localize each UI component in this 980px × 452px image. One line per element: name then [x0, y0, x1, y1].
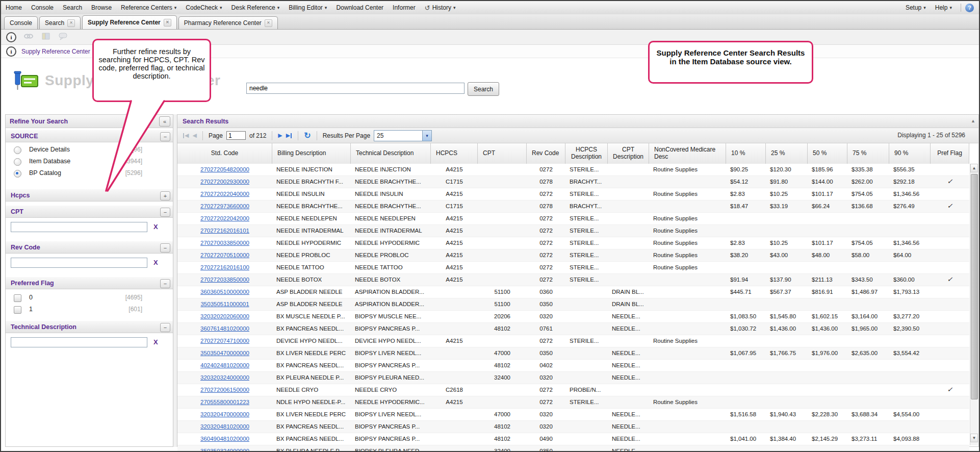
code-link[interactable]: 402402481020000 — [200, 362, 249, 368]
column-header-noncovered[interactable]: NonCovered Medicare Desc — [649, 143, 726, 164]
cpt-input[interactable] — [11, 222, 147, 232]
results-collapse-icon[interactable]: ▲ — [971, 118, 975, 123]
tab-console[interactable]: Console — [4, 16, 38, 29]
menu-item-desk-reference[interactable]: Desk Reference▾ — [227, 1, 285, 14]
next-page-button[interactable]: ▶ — [278, 132, 282, 139]
last-page-button[interactable]: ▶ — [286, 132, 292, 139]
technical-description-input[interactable] — [11, 337, 147, 347]
close-icon[interactable]: ✕ — [265, 19, 272, 27]
close-icon[interactable]: ✕ — [67, 19, 75, 27]
column-header-hcpcs_desc[interactable]: HCPCS Description — [565, 143, 608, 164]
column-header-p25[interactable]: 25 % — [766, 143, 808, 164]
code-link[interactable]: 270272054820000 — [200, 166, 249, 172]
search-button[interactable]: Search — [468, 82, 499, 96]
rev-code-minus-icon[interactable]: − — [160, 243, 170, 253]
code-link[interactable]: 320320202060000 — [200, 313, 249, 319]
code-link[interactable]: 360490481020000 — [200, 436, 249, 442]
code-link[interactable]: 350350324000000 — [200, 448, 249, 452]
hcpcs-plus-icon[interactable]: + — [160, 191, 170, 200]
cell-p75: $58.00 — [847, 249, 889, 261]
menu-item-browse[interactable]: Browse — [87, 1, 116, 14]
column-header-cpt_desc[interactable]: CPT Description — [608, 143, 649, 164]
code-link[interactable]: 270272033850000 — [200, 277, 249, 283]
results-per-page-select[interactable]: 25 ▾ — [374, 130, 432, 141]
menu-item-codecheck[interactable]: CodeCheck▾ — [181, 1, 226, 14]
checkbox-pref-0[interactable] — [14, 294, 21, 302]
column-header-code[interactable]: Std. Code — [177, 143, 272, 164]
code-link[interactable]: 320320470000000 — [200, 411, 249, 417]
chevron-down-icon[interactable]: ▾ — [422, 131, 431, 141]
column-header-cpt[interactable]: CPT — [478, 143, 527, 164]
code-link[interactable]: 270272162016100 — [200, 264, 249, 270]
column-header-p50[interactable]: 50 % — [808, 143, 847, 164]
column-header-billing[interactable]: Billing Description — [272, 143, 351, 164]
first-page-button[interactable]: ◀ — [183, 132, 189, 139]
cpt-minus-icon[interactable]: − — [160, 208, 170, 217]
column-header-pref[interactable]: Pref Flag — [931, 143, 969, 164]
scrollbar-thumb[interactable] — [971, 174, 978, 399]
column-header-p75[interactable]: 75 % — [847, 143, 889, 164]
code-link[interactable]: 270272070510000 — [200, 252, 249, 258]
cpt-clear-button[interactable]: X — [153, 223, 158, 231]
code-link[interactable]: 320320481020000 — [200, 423, 249, 430]
code-link[interactable]: 270272973660000 — [200, 203, 249, 209]
column-header-technical[interactable]: Technical Description — [351, 143, 431, 164]
close-icon[interactable]: ✕ — [164, 19, 171, 27]
column-header-p90[interactable]: 90 % — [889, 143, 931, 164]
code-link[interactable]: 270272006150000 — [200, 387, 249, 393]
info-icon[interactable]: i — [6, 32, 16, 42]
rev-code-clear-button[interactable]: X — [153, 259, 158, 266]
menu-item-console[interactable]: Console — [27, 1, 58, 14]
menu-item-help[interactable]: Help▾ — [931, 1, 957, 14]
tab-search[interactable]: Search✕ — [39, 16, 81, 29]
cell-code: 270272074710000 — [177, 335, 272, 347]
vertical-scrollbar[interactable]: ▲ ▼ — [970, 164, 978, 445]
scroll-up-icon[interactable]: ▲ — [970, 164, 978, 172]
code-link[interactable]: 270555800001223 — [200, 399, 249, 405]
preferred-flag-minus-icon[interactable]: − — [160, 279, 170, 288]
column-header-p10[interactable]: 10 % — [726, 143, 766, 164]
scroll-down-icon[interactable]: ▼ — [970, 434, 978, 442]
sidebar-collapse-icon[interactable]: « — [159, 116, 170, 127]
rev-code-input[interactable] — [11, 258, 147, 268]
code-link[interactable]: 270272022042000 — [200, 215, 249, 221]
breadcrumb-label[interactable]: Supply Reference Center — [21, 48, 90, 55]
help-icon[interactable]: ? — [965, 4, 974, 12]
code-link[interactable]: 270270033850000 — [200, 240, 249, 246]
menu-item-reference-centers[interactable]: Reference Centers▾ — [116, 1, 181, 14]
menu-item-informer[interactable]: Informer — [388, 1, 420, 14]
code-link[interactable]: 350350511000001 — [200, 301, 249, 307]
tab-supply-reference-center[interactable]: Supply Reference Center✕ — [82, 15, 177, 29]
code-link[interactable]: 270272022040000 — [200, 191, 249, 197]
previous-page-button[interactable]: ◀ — [192, 132, 196, 139]
search-input[interactable] — [246, 83, 465, 94]
code-link[interactable]: 270272002930000 — [200, 179, 249, 185]
tab-pharmacy-reference-center[interactable]: Pharmacy Reference Center✕ — [178, 16, 278, 29]
page-number-input[interactable] — [226, 131, 246, 140]
code-link[interactable]: 360360510000000 — [200, 289, 249, 295]
panel-splitter[interactable] — [173, 114, 177, 447]
breadcrumb-info-icon[interactable]: i — [6, 46, 16, 57]
technical-description-clear-button[interactable]: X — [153, 338, 158, 346]
radio-device-details[interactable] — [14, 146, 21, 154]
code-link[interactable]: 320320324000000 — [200, 374, 249, 381]
menu-item-history[interactable]: ↺History▾ — [420, 1, 460, 14]
code-link[interactable]: 270272162016101 — [200, 228, 249, 234]
menu-item-billing-editor[interactable]: Billing Editor▾ — [284, 1, 331, 14]
menu-item-download-center[interactable]: Download Center — [331, 1, 388, 14]
menu-item-setup[interactable]: Setup▾ — [901, 1, 931, 14]
technical-description-minus-icon[interactable]: − — [160, 323, 170, 332]
code-link[interactable]: 270272074710000 — [200, 338, 249, 344]
radio-bp-catalog[interactable] — [14, 170, 21, 178]
radio-item-database[interactable] — [14, 158, 21, 166]
column-header-rev[interactable]: Rev Code — [527, 143, 565, 164]
code-link[interactable]: 360761481020000 — [200, 325, 249, 332]
menu-item-home[interactable]: Home — [1, 1, 27, 14]
refresh-icon[interactable]: ↻ — [304, 131, 311, 140]
source-minus-icon[interactable]: − — [160, 132, 170, 141]
column-header-hcpcs[interactable]: HCPCS — [431, 143, 478, 164]
checkbox-pref-1[interactable] — [14, 306, 21, 314]
link-icon — [23, 32, 34, 42]
menu-item-search[interactable]: Search — [58, 1, 87, 14]
code-link[interactable]: 350350470000000 — [200, 350, 249, 356]
